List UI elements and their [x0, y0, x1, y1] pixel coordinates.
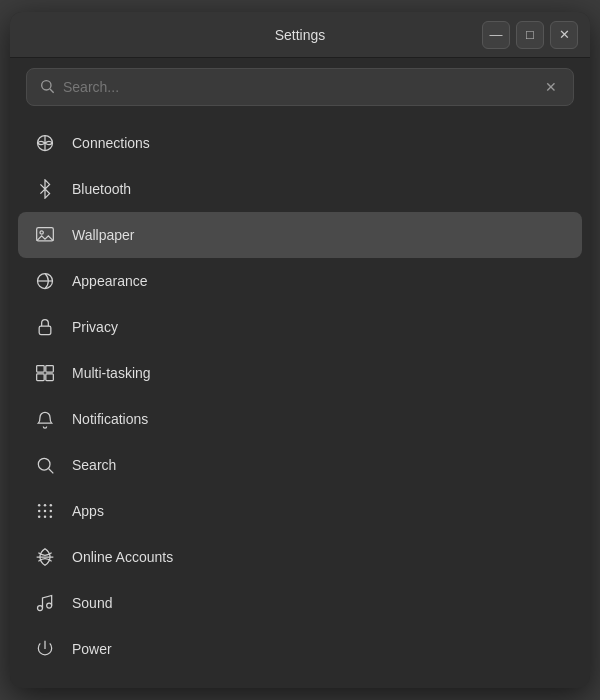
- settings-item-sound[interactable]: Sound: [18, 580, 582, 626]
- svg-point-18: [44, 510, 47, 513]
- sound-icon: [34, 592, 56, 614]
- svg-point-5: [40, 231, 43, 234]
- search-clear-button[interactable]: ✕: [541, 77, 561, 97]
- settings-item-appearance[interactable]: Appearance: [18, 258, 582, 304]
- settings-item-label: Notifications: [72, 411, 148, 427]
- settings-item-label: Privacy: [72, 319, 118, 335]
- settings-item-label: Apps: [72, 503, 104, 519]
- svg-point-14: [38, 504, 41, 507]
- minimize-button[interactable]: —: [482, 21, 510, 49]
- svg-line-1: [50, 89, 54, 93]
- settings-item-label: Multi-tasking: [72, 365, 151, 381]
- svg-point-20: [38, 516, 41, 519]
- bluetooth-icon: [34, 178, 56, 200]
- svg-point-12: [38, 458, 50, 470]
- settings-item-label: Sound: [72, 595, 112, 611]
- online-accounts-icon: [34, 546, 56, 568]
- maximize-button[interactable]: □: [516, 21, 544, 49]
- settings-item-connections[interactable]: Connections: [18, 120, 582, 166]
- settings-item-search[interactable]: Search: [18, 442, 582, 488]
- settings-item-label: Bluetooth: [72, 181, 131, 197]
- settings-item-notifications[interactable]: Notifications: [18, 396, 582, 442]
- apps-icon: [34, 500, 56, 522]
- settings-item-multitasking[interactable]: Multi-tasking: [18, 350, 582, 396]
- search-icon: [34, 454, 56, 476]
- svg-rect-11: [46, 374, 54, 381]
- svg-rect-9: [46, 366, 54, 373]
- svg-point-22: [50, 516, 53, 519]
- appearance-icon: [34, 270, 56, 292]
- settings-window: Settings — □ ✕ ✕ ConnectionsBluetoothWal…: [10, 12, 590, 688]
- svg-point-16: [50, 504, 53, 507]
- multitasking-icon: [34, 362, 56, 384]
- settings-item-label: Appearance: [72, 273, 148, 289]
- privacy-icon: [34, 316, 56, 338]
- svg-point-19: [50, 510, 53, 513]
- power-icon: [34, 638, 56, 660]
- titlebar: Settings — □ ✕: [10, 12, 590, 58]
- window-controls: — □ ✕: [482, 21, 578, 49]
- svg-rect-8: [37, 366, 45, 373]
- settings-item-bluetooth[interactable]: Bluetooth: [18, 166, 582, 212]
- svg-rect-10: [37, 374, 45, 381]
- settings-list: ConnectionsBluetoothWallpaperAppearanceP…: [10, 116, 590, 688]
- svg-point-21: [44, 516, 47, 519]
- settings-item-apps[interactable]: Apps: [18, 488, 582, 534]
- settings-item-privacy[interactable]: Privacy: [18, 304, 582, 350]
- svg-line-13: [49, 469, 54, 474]
- settings-item-label: Connections: [72, 135, 150, 151]
- svg-point-17: [38, 510, 41, 513]
- close-button[interactable]: ✕: [550, 21, 578, 49]
- svg-point-15: [44, 504, 47, 507]
- svg-point-25: [47, 603, 52, 608]
- window-title: Settings: [275, 27, 326, 43]
- search-icon: [39, 78, 55, 97]
- search-input[interactable]: [63, 79, 533, 95]
- search-bar: ✕: [26, 68, 574, 106]
- connections-icon: [34, 132, 56, 154]
- settings-item-label: Search: [72, 457, 116, 473]
- notifications-icon: [34, 408, 56, 430]
- settings-item-wallpaper[interactable]: Wallpaper: [18, 212, 582, 258]
- settings-item-label: Online Accounts: [72, 549, 173, 565]
- settings-item-label: Power: [72, 641, 112, 657]
- svg-point-0: [42, 80, 51, 89]
- wallpaper-icon: [34, 224, 56, 246]
- settings-item-online-accounts[interactable]: Online Accounts: [18, 534, 582, 580]
- svg-point-24: [38, 606, 43, 611]
- settings-item-power[interactable]: Power: [18, 626, 582, 672]
- svg-rect-7: [39, 326, 51, 334]
- settings-item-label: Wallpaper: [72, 227, 135, 243]
